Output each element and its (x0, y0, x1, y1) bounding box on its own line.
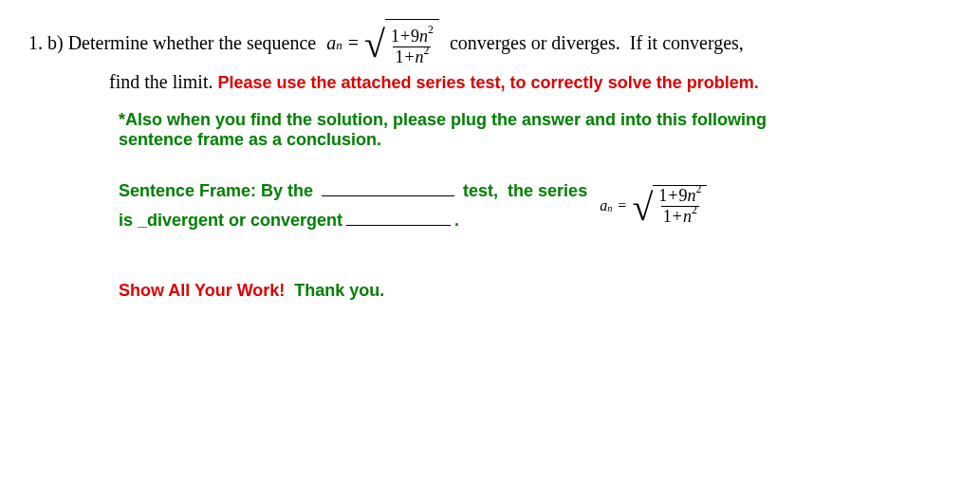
question-line-2: find the limit. Please use the attached … (109, 71, 952, 93)
fraction: 1+9n2 1+n2 (389, 27, 435, 67)
sqrt-icon-2: √ 1+9n2 1+n2 (632, 185, 707, 227)
footer: Show All Your Work! Thank you. (119, 281, 952, 301)
note-block: *Also when you find the solution, please… (119, 110, 952, 150)
formula-main: an = √ 1+9n2 1+n2 (326, 19, 439, 67)
question-line-1: 1. b) Determine whether the sequence an … (28, 19, 952, 67)
prompt-before: Determine whether the sequence (64, 28, 322, 58)
formula-frame: an = √ 1+9n2 1+n2 (600, 185, 707, 227)
blank-test-name (322, 180, 454, 196)
fraction-2: 1+9n2 1+n2 (656, 186, 703, 227)
prompt-after: converges or diverges. If it converges, (445, 28, 744, 58)
sqrt-icon: √ 1+9n2 1+n2 (364, 19, 439, 67)
blank-conclusion (346, 210, 451, 226)
sentence-frame: Sentence Frame: By the test, the series … (119, 178, 952, 233)
question-number: 1. b) (28, 28, 64, 58)
